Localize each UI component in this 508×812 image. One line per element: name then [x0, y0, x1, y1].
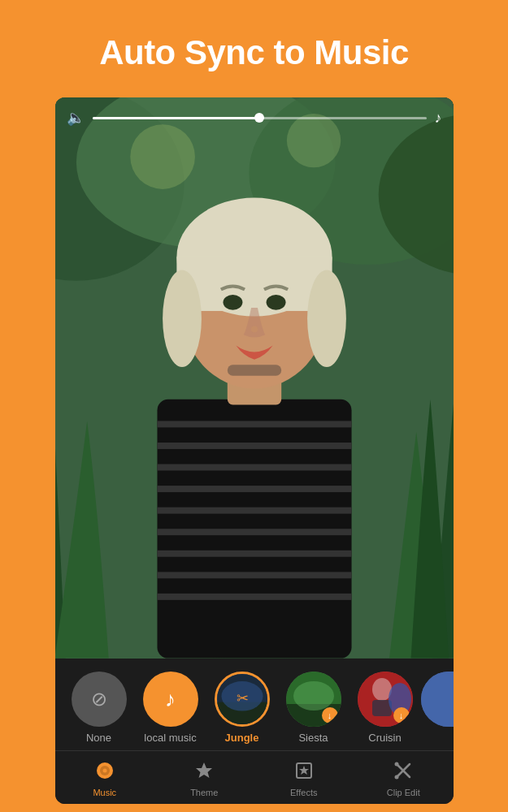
tab-bar: Music Theme Effects — [55, 750, 454, 804]
music-tab-icon — [95, 761, 115, 785]
local-music-icon: ♪ — [165, 687, 176, 712]
svg-rect-14 — [157, 551, 351, 557]
music-label-none: None — [86, 732, 111, 744]
video-area[interactable]: 🔈 ♪ — [55, 97, 454, 659]
tab-effects[interactable]: Effects — [254, 758, 354, 801]
tab-clip-edit[interactable]: Clip Edit — [354, 758, 454, 801]
music-circle-partial — [421, 672, 454, 727]
progress-thumb — [254, 113, 264, 123]
music-item-none[interactable]: ⊘ None — [63, 672, 135, 744]
svg-point-33 — [293, 681, 334, 710]
svg-rect-26 — [227, 365, 280, 376]
svg-point-21 — [163, 270, 202, 368]
music-circle-siesta: ↓ — [286, 672, 341, 727]
music-item-cruisin[interactable]: ↓ Cruisin — [350, 672, 421, 744]
background-svg — [55, 97, 454, 659]
none-icon: ⊘ — [91, 688, 107, 710]
jungle-image: ✂ — [217, 674, 267, 724]
app-header: Auto Sync to Music — [0, 0, 508, 97]
music-item-partial[interactable] — [421, 672, 454, 727]
music-row: ⊘ None ♪ local music — [55, 672, 454, 744]
cruisin-download[interactable]: ↓ — [393, 707, 410, 723]
svg-marker-42 — [196, 762, 212, 778]
svg-rect-12 — [157, 508, 351, 514]
svg-point-5 — [130, 125, 195, 190]
photo-background — [55, 97, 454, 659]
tab-label-music: Music — [93, 788, 116, 797]
music-item-local[interactable]: ♪ local music — [135, 672, 206, 744]
music-label-local: local music — [144, 732, 196, 744]
svg-rect-16 — [157, 594, 351, 600]
jungle-thumbnail: ✂ — [217, 674, 267, 724]
tab-label-effects: Effects — [290, 788, 317, 797]
download-icon-2: ↓ — [399, 711, 404, 720]
tab-label-clip-edit: Clip Edit — [387, 788, 420, 797]
theme-tab-icon — [194, 761, 214, 785]
tab-music[interactable]: Music — [55, 758, 155, 801]
tab-label-theme: Theme — [190, 788, 218, 797]
music-item-siesta[interactable]: ↓ Siesta — [278, 672, 350, 744]
effects-tab-icon — [294, 761, 314, 785]
svg-text:✂: ✂ — [236, 689, 248, 706]
svg-point-41 — [102, 769, 106, 773]
svg-line-47 — [403, 771, 410, 777]
progress-fill — [93, 117, 260, 119]
music-item-jungle[interactable]: ✂ Jungle — [206, 672, 278, 744]
svg-point-23 — [223, 295, 242, 310]
music-label-siesta: Siesta — [298, 732, 328, 744]
music-label-cruisin: Cruisin — [368, 732, 401, 744]
svg-rect-9 — [157, 443, 351, 449]
page-title: Auto Sync to Music — [99, 32, 409, 73]
svg-rect-13 — [157, 529, 351, 536]
svg-point-48 — [395, 762, 399, 767]
bottom-panel: ⊘ None ♪ local music — [55, 659, 454, 750]
svg-rect-15 — [157, 572, 351, 579]
progress-track[interactable] — [93, 117, 427, 119]
volume-icon: 🔈 — [67, 109, 85, 127]
svg-point-49 — [395, 775, 399, 780]
music-note-icon: ♪ — [435, 110, 442, 127]
music-circle-none: ⊘ — [72, 672, 127, 727]
svg-marker-44 — [299, 766, 309, 775]
clip-edit-tab-icon — [393, 761, 413, 785]
music-circle-cruisin: ↓ — [358, 672, 413, 727]
download-icon: ↓ — [328, 711, 332, 720]
svg-point-24 — [266, 295, 285, 310]
svg-rect-8 — [157, 421, 351, 428]
svg-rect-38 — [421, 672, 454, 727]
tab-theme[interactable]: Theme — [154, 758, 254, 801]
music-circle-jungle: ✂ — [215, 672, 270, 727]
music-label-jungle: Jungle — [225, 732, 259, 744]
svg-rect-10 — [157, 464, 351, 471]
progress-bar-overlay[interactable]: 🔈 ♪ — [67, 109, 442, 127]
partial-thumbnail — [421, 672, 454, 727]
music-circle-local: ♪ — [143, 672, 198, 727]
siesta-download[interactable]: ↓ — [322, 707, 338, 723]
phone-container: 🔈 ♪ ⊘ None ♪ local music — [55, 97, 454, 804]
svg-point-22 — [307, 270, 346, 368]
svg-rect-11 — [157, 486, 351, 493]
